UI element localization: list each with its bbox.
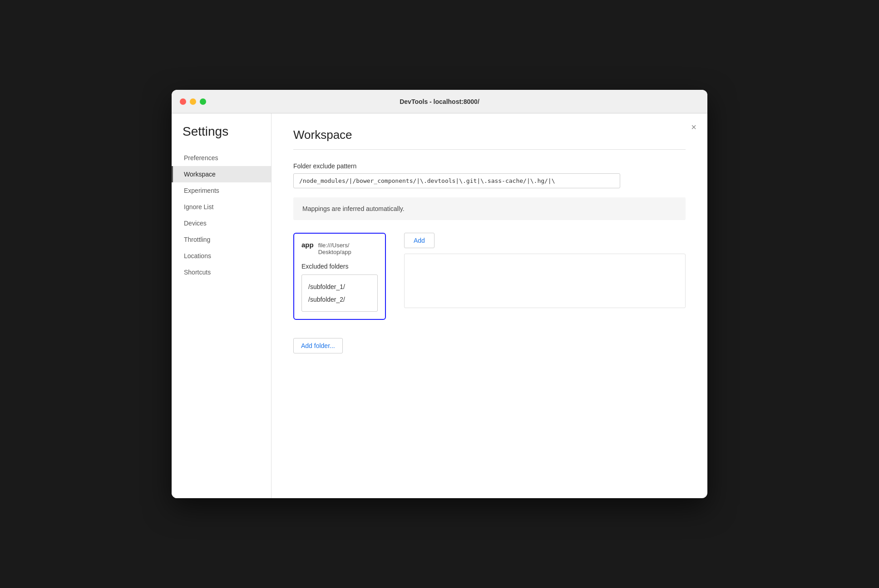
subfolder-item-2: /subfolder_2/ (308, 293, 371, 306)
minimize-button[interactable] (190, 98, 196, 105)
sidebar-item-experiments[interactable]: Experiments (172, 182, 271, 199)
sidebar-item-workspace[interactable]: Workspace (172, 166, 271, 182)
subfolders-box: /subfolder_1/ /subfolder_2/ (301, 274, 378, 312)
folder-card: app file:///Users/ Desktop/app Excluded … (293, 233, 386, 320)
sidebar-item-preferences[interactable]: Preferences (172, 150, 271, 166)
folder-right: Add (404, 233, 686, 308)
section-divider (293, 149, 686, 150)
info-box: Mappings are inferred automatically. (293, 197, 686, 220)
main-content: × Workspace Folder exclude pattern Mappi… (272, 113, 707, 498)
folder-name: app (301, 241, 314, 249)
folder-exclude-input[interactable] (293, 173, 620, 188)
window-body: Settings Preferences Workspace Experimen… (172, 113, 707, 498)
sidebar-item-shortcuts[interactable]: Shortcuts (172, 264, 271, 280)
settings-close-button[interactable]: × (691, 122, 696, 132)
page-title: Workspace (293, 128, 686, 142)
add-excluded-folder-button[interactable]: Add (404, 233, 435, 248)
sidebar-item-locations[interactable]: Locations (172, 248, 271, 264)
sidebar-item-ignore-list[interactable]: Ignore List (172, 199, 271, 215)
folder-exclude-label: Folder exclude pattern (293, 162, 686, 170)
excluded-folders-label: Excluded folders (301, 263, 378, 270)
sidebar-title: Settings (172, 124, 271, 150)
folder-row: app file:///Users/ Desktop/app Excluded … (293, 233, 686, 320)
info-box-text: Mappings are inferred automatically. (302, 205, 405, 212)
subfolder-item-1: /subfolder_1/ (308, 280, 371, 293)
window-title: DevTools - localhost:8000/ (400, 98, 479, 105)
sidebar-item-throttling[interactable]: Throttling (172, 231, 271, 248)
sidebar: Settings Preferences Workspace Experimen… (172, 113, 272, 498)
window-controls (180, 98, 206, 105)
titlebar: DevTools - localhost:8000/ (172, 90, 707, 113)
devtools-window: DevTools - localhost:8000/ Settings Pref… (172, 90, 707, 498)
folder-card-header: app file:///Users/ Desktop/app (301, 241, 378, 255)
folder-path: file:///Users/ Desktop/app (318, 242, 378, 255)
close-button[interactable] (180, 98, 186, 105)
maximize-button[interactable] (200, 98, 206, 105)
empty-folder-area (404, 254, 686, 308)
sidebar-item-devices[interactable]: Devices (172, 215, 271, 231)
add-folder-button[interactable]: Add folder... (293, 338, 343, 353)
